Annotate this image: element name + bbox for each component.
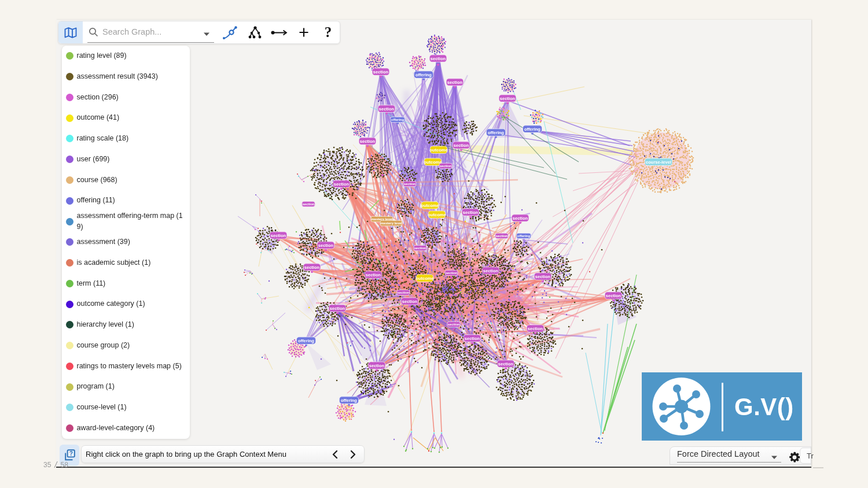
svg-text:section: section [414, 246, 426, 250]
svg-text:section: section [447, 80, 463, 85]
svg-text:offering: offering [524, 127, 540, 132]
svg-text:section: section [397, 291, 409, 294]
svg-text:section: section [454, 143, 469, 148]
svg-text:section: section [513, 216, 528, 221]
svg-text:section: section [366, 272, 381, 278]
svg-text:section: section [439, 164, 451, 168]
svg-text:offering: offering [298, 338, 314, 343]
svg-text:offering: offering [415, 72, 432, 77]
svg-text:section: section [271, 233, 286, 238]
svg-text:course-level: course-level [646, 160, 671, 165]
svg-text:section: section [403, 182, 415, 186]
svg-text:section: section [498, 361, 514, 367]
svg-text:section: section [369, 363, 385, 368]
svg-text:section: section [304, 265, 320, 270]
svg-text:section: section [445, 271, 457, 275]
svg-text:offering: offering [517, 234, 531, 238]
svg-text:section: section [535, 274, 551, 279]
svg-text:section: section [330, 306, 345, 311]
svg-text:section: section [483, 268, 499, 273]
svg-text:outcome: outcome [421, 203, 439, 208]
svg-text:section: section [606, 293, 621, 298]
svg-text:section: section [318, 243, 334, 248]
svg-text:section: section [447, 323, 459, 326]
svg-text:outcome: outcome [429, 147, 447, 153]
svg-text:section: section [463, 210, 479, 215]
svg-text:section: section [495, 234, 507, 238]
svg-text:offering: offering [488, 130, 504, 135]
svg-text:section: section [334, 182, 350, 187]
svg-text:offering: offering [391, 118, 404, 121]
svg-text:section: section [500, 96, 516, 101]
svg-text:outcome: outcome [415, 276, 433, 281]
svg-text:section: section [379, 106, 395, 112]
svg-text:section: section [373, 69, 389, 75]
svg-text:outcome: outcome [428, 212, 446, 217]
svg-text:section: section [360, 139, 376, 144]
svg-text:section: section [528, 326, 543, 331]
svg-text:offering: offering [341, 398, 357, 403]
svg-text:section: section [302, 202, 314, 206]
svg-text:G.V(): G.V() [734, 393, 794, 420]
svg-text:mastery level: mastery level [380, 221, 402, 225]
svg-text:?: ? [69, 450, 73, 457]
svg-text:section: section [431, 56, 446, 61]
svg-text:section: section [465, 336, 480, 341]
svg-text:section: section [402, 299, 418, 304]
